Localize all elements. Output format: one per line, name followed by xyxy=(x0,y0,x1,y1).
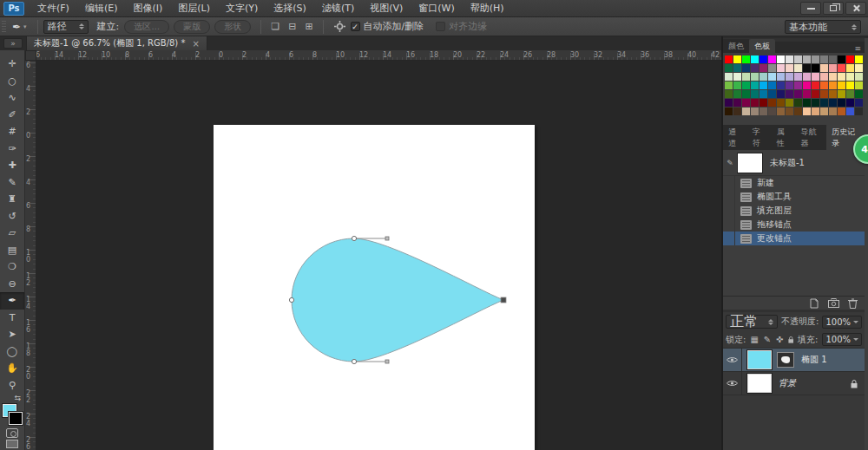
color-swatch[interactable] xyxy=(846,90,854,98)
color-swatch[interactable] xyxy=(742,90,750,98)
make-button[interactable]: 形状 xyxy=(214,20,251,34)
panel-tab[interactable]: 颜色 xyxy=(723,39,749,53)
path-arrangement-icon[interactable]: ⊞ xyxy=(300,21,317,32)
color-swatch[interactable] xyxy=(768,55,776,63)
minimize-button[interactable] xyxy=(800,2,821,15)
color-swatch[interactable] xyxy=(838,99,845,107)
color-swatch[interactable] xyxy=(786,64,793,72)
color-swatch[interactable] xyxy=(855,99,863,107)
lock-image-pixels-icon[interactable]: ✎ xyxy=(764,335,771,344)
layer-row-ellipse[interactable]: 椭圆 1 xyxy=(723,349,865,372)
color-swatch[interactable] xyxy=(794,55,802,63)
color-swatch[interactable] xyxy=(803,99,811,107)
color-swatch[interactable] xyxy=(794,90,802,98)
color-swatch[interactable] xyxy=(820,99,828,107)
color-swatch[interactable] xyxy=(812,64,819,72)
color-swatch[interactable] xyxy=(803,73,811,81)
color-swatch[interactable] xyxy=(829,82,837,89)
pasteboard[interactable] xyxy=(36,61,721,450)
color-swatch[interactable] xyxy=(812,108,819,115)
pen-tool[interactable]: ✒ xyxy=(0,292,24,310)
history-state-row[interactable]: 填充图层 xyxy=(723,204,865,218)
lock-transparent-pixels-icon[interactable]: ▦ xyxy=(750,335,758,344)
bottom-anchor-point[interactable] xyxy=(352,359,356,363)
menu-item[interactable]: 文件(F) xyxy=(30,0,77,16)
panel-toggle-button[interactable]: » xyxy=(3,38,23,49)
menu-item[interactable]: 编辑(E) xyxy=(77,0,126,16)
teardrop-shape-path[interactable] xyxy=(292,238,503,362)
trash-icon[interactable] xyxy=(848,298,858,309)
workspace-select[interactable]: 基本功能 xyxy=(785,20,861,34)
color-swatch[interactable] xyxy=(855,82,863,89)
pen-tool-preset-icon[interactable]: ✒ xyxy=(10,21,23,33)
bottom-handle-end[interactable] xyxy=(385,360,389,363)
color-swatch[interactable] xyxy=(742,99,750,107)
color-swatch[interactable] xyxy=(829,90,837,98)
color-swatch[interactable] xyxy=(855,90,863,98)
menu-item[interactable]: 滤镜(T) xyxy=(314,0,362,16)
color-swatch[interactable] xyxy=(846,108,854,115)
color-swatch[interactable] xyxy=(829,108,837,115)
color-swatch[interactable] xyxy=(768,99,776,107)
restore-button[interactable] xyxy=(823,2,844,15)
blur-tool[interactable]: ❍ xyxy=(0,258,24,276)
color-swatch[interactable] xyxy=(794,108,802,115)
color-swatch[interactable] xyxy=(751,82,759,89)
eyedropper-tool[interactable]: ✑ xyxy=(0,140,24,158)
color-swatch[interactable] xyxy=(760,64,767,72)
color-swatch[interactable] xyxy=(733,64,741,72)
screen-mode-button[interactable] xyxy=(0,439,24,450)
path-operations-icon[interactable]: ❏ xyxy=(266,21,284,32)
color-swatch[interactable] xyxy=(803,82,811,89)
color-swatch[interactable] xyxy=(777,73,785,81)
layer-thumbnail[interactable] xyxy=(747,374,772,393)
make-button[interactable]: 蒙版 xyxy=(174,20,210,34)
color-swatch[interactable] xyxy=(855,73,863,81)
color-swatch[interactable] xyxy=(725,90,733,98)
color-swatch[interactable] xyxy=(725,55,733,63)
make-button[interactable]: 选区… xyxy=(124,20,169,34)
layer-thumbnail[interactable] xyxy=(747,350,772,369)
history-source-checkbox[interactable] xyxy=(723,204,735,218)
color-swatch[interactable] xyxy=(855,108,863,115)
color-swatch[interactable] xyxy=(760,108,767,115)
marquee-tool[interactable]: ○ xyxy=(0,73,24,90)
tab-close-icon[interactable]: × xyxy=(192,39,199,49)
horizontal-ruler[interactable]: 1614121086420246810121416182022242628303… xyxy=(25,50,721,61)
color-swatch[interactable] xyxy=(786,73,793,81)
color-swatch[interactable] xyxy=(855,64,863,72)
background-color-swatch[interactable] xyxy=(9,412,23,425)
history-source-checkbox[interactable] xyxy=(723,176,735,190)
menu-item[interactable]: 视图(V) xyxy=(362,0,411,16)
color-swatch[interactable] xyxy=(829,73,837,81)
color-swatch[interactable] xyxy=(820,90,828,98)
color-swatch[interactable] xyxy=(820,108,828,115)
color-swatch[interactable] xyxy=(838,82,845,89)
color-swatch[interactable] xyxy=(820,55,828,63)
blend-mode-select[interactable]: 正常 xyxy=(726,315,778,329)
menu-item[interactable]: 文字(Y) xyxy=(218,0,266,16)
color-swatch[interactable] xyxy=(838,55,845,63)
color-swatch[interactable] xyxy=(777,64,785,72)
color-swatch[interactable] xyxy=(768,90,776,98)
color-swatch[interactable] xyxy=(812,82,819,89)
menu-item[interactable]: 图像(I) xyxy=(125,0,170,16)
tool-preset-caret-icon[interactable]: ▾ xyxy=(23,23,27,30)
swap-colors-icon[interactable]: ⇆ xyxy=(0,394,24,402)
color-swatch[interactable] xyxy=(751,73,759,81)
new-snapshot-camera-icon[interactable] xyxy=(828,298,839,308)
new-document-from-state-icon[interactable] xyxy=(809,298,819,309)
color-swatch[interactable] xyxy=(760,90,767,98)
color-swatch[interactable] xyxy=(742,64,750,72)
color-swatch[interactable] xyxy=(786,82,793,89)
color-swatch[interactable] xyxy=(725,73,733,81)
zoom-tool[interactable]: ⚲ xyxy=(0,377,24,395)
close-button[interactable] xyxy=(845,2,866,15)
align-edges-checkbox[interactable]: 对齐边缘 xyxy=(436,20,487,33)
color-swatch[interactable] xyxy=(803,64,811,72)
quick-mask-button[interactable] xyxy=(0,427,24,439)
top-anchor-point[interactable] xyxy=(352,236,356,240)
color-swatch[interactable] xyxy=(768,73,776,81)
color-swatch[interactable] xyxy=(786,55,793,63)
history-state-row[interactable]: 拖移锚点 xyxy=(723,218,865,232)
